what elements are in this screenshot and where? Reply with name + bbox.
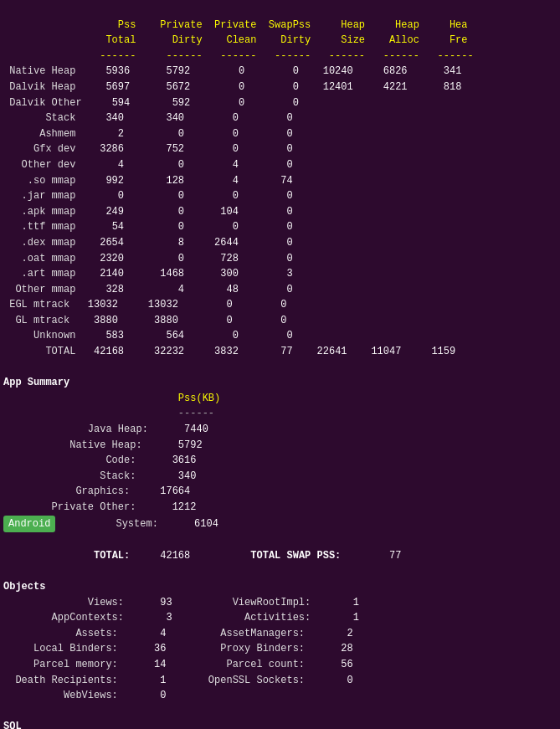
objects-row-6: Death Recipients: 1 OpenSSL Sockets: 0 [3, 675, 353, 686]
objects-row-7: WebViews: 0 [3, 690, 166, 701]
objects-row-4: Local Binders: 36 Proxy Binders: 28 [3, 643, 353, 655]
objects-row-3: Assets: 4 AssetManagers: 2 [3, 628, 353, 639]
row-dalvik-other: Dalvik Other 594 592 0 0 [3, 97, 299, 109]
sql-title: SQL [3, 721, 22, 729]
app-summary-separator: ------ [3, 408, 214, 419]
row-egl-mtrack: EGL mtrack 13032 13032 0 0 [3, 299, 287, 311]
row-so-mmap: .so mmap 992 128 4 74 [3, 175, 293, 187]
app-summary-native-heap: Native Heap: 5792 [3, 439, 203, 451]
row-ashmem: Ashmem 2 0 0 0 [3, 128, 293, 140]
row-total: TOTAL 42168 32232 3832 77 22641 11047 11… [3, 346, 455, 357]
row-ttf-mmap: .ttf mmap 54 0 0 0 [3, 221, 293, 233]
row-jar-mmap: .jar mmap 0 0 0 0 [3, 190, 293, 202]
objects-row-5: Parcel memory: 14 Parcel count: 56 [3, 659, 353, 670]
app-summary-stack: Stack: 340 [3, 470, 196, 482]
objects-row-2: AppContexts: 3 Activities: 1 [3, 612, 359, 624]
app-summary-title: App Summary [3, 377, 69, 388]
row-native-heap: Native Heap 5936 5792 0 0 10240 6826 341 [3, 65, 461, 77]
app-summary-private-other: Private Other: 1212 [3, 501, 196, 513]
app-summary-graphics: Graphics: 17664 [3, 485, 190, 497]
row-other-dev: Other dev 4 0 4 0 [3, 159, 293, 171]
row-other-mmap: Other mmap 328 4 48 0 [3, 284, 293, 295]
row-unknown: Unknown 583 564 0 0 [3, 330, 293, 341]
row-dalvik-heap: Dalvik Heap 5697 5672 0 0 12401 4221 818 [3, 81, 461, 93]
android-badge: Android [3, 516, 55, 533]
row-dex-mmap: .dex mmap 2654 8 2644 0 [3, 237, 293, 249]
app-summary-total-row: TOTAL: 42168 TOTAL SWAP PSS: 77 [3, 550, 401, 562]
app-summary-pss-header: Pss(KB) [3, 393, 220, 404]
objects-row-1: Views: 93 ViewRootImpl: 1 [3, 597, 359, 608]
row-apk-mmap: .apk mmap 249 0 104 0 [3, 206, 293, 218]
app-summary-system-row: Android System: 6104 [3, 518, 218, 530]
row-oat-mmap: .oat mmap 2320 0 728 0 [3, 253, 293, 264]
row-gl-mtrack: GL mtrack 3880 3880 0 0 [3, 315, 287, 326]
terminal-output: Pss Private Private SwapPss Heap Heap He… [0, 0, 560, 729]
app-summary-code: Code: 3616 [3, 454, 196, 466]
row-gfx-dev: Gfx dev 3286 752 0 0 [3, 143, 293, 155]
row-stack: Stack 340 340 0 0 [3, 112, 293, 124]
row-art-mmap: .art mmap 2140 1468 300 3 [3, 268, 293, 280]
col-headers: Pss Private Private SwapPss Heap Heap He… [3, 19, 474, 62]
app-summary-java-heap: Java Heap: 7440 [3, 424, 208, 435]
objects-title: Objects [3, 581, 45, 593]
